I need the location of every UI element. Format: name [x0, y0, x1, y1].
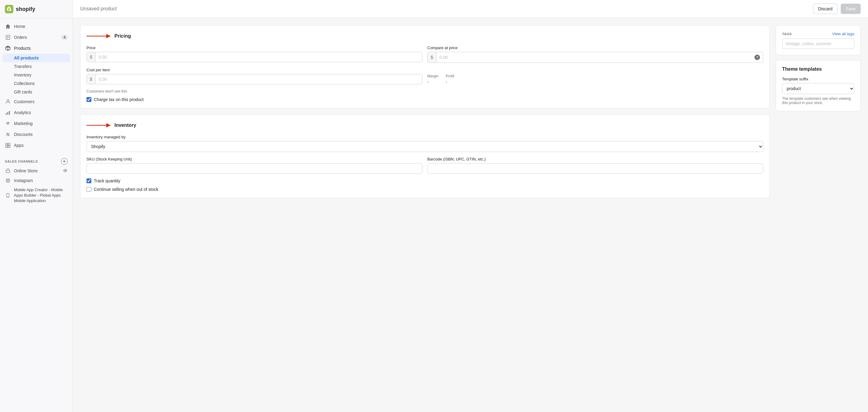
subnav-all-products[interactable]: All products	[2, 54, 70, 62]
svg-point-11	[7, 123, 8, 124]
subnav-label: Transfers	[14, 64, 32, 69]
logo-area: shopify	[0, 0, 72, 19]
svg-rect-19	[6, 170, 10, 172]
store-icon	[5, 168, 11, 174]
save-button[interactable]: Save	[841, 4, 861, 14]
compare-help-icon: ?	[751, 52, 763, 63]
shopify-logo-icon	[5, 5, 13, 13]
continue-selling-label[interactable]: Continue selling when out of stock	[94, 187, 158, 192]
sku-barcode-row: SKU (Stock Keeping Unit) Barcode (ISBN, …	[87, 157, 763, 173]
discard-button[interactable]: Discard	[813, 4, 838, 14]
profit-value: -	[446, 80, 454, 84]
view-all-tags-link[interactable]: View all tags	[832, 32, 854, 36]
cost-helper-text: Customers won't see this	[87, 89, 763, 93]
discounts-icon	[5, 131, 11, 137]
pricing-arrow-section: Pricing	[87, 32, 763, 41]
channel-label: Online Store	[14, 168, 38, 173]
subnav-collections[interactable]: Collections	[0, 79, 72, 88]
managed-by-select[interactable]: Shopify Don't track inventory	[87, 141, 763, 152]
charge-tax-label[interactable]: Charge tax on this product	[94, 97, 144, 102]
sidebar-item-orders[interactable]: Orders 4	[0, 32, 72, 43]
subnav-transfers[interactable]: Transfers	[0, 62, 72, 71]
profit-field: Profit -	[446, 74, 454, 84]
price-field: Price $	[87, 45, 423, 63]
svg-rect-9	[7, 112, 8, 115]
eye-icon[interactable]	[63, 168, 68, 174]
content-area: Pricing Price $ Compare at price	[73, 18, 868, 412]
mobile-icon	[5, 192, 11, 198]
svg-point-21	[65, 170, 66, 171]
sidebar-item-analytics[interactable]: Analytics	[0, 107, 72, 118]
analytics-icon	[5, 109, 11, 116]
sidebar-item-label: Analytics	[14, 110, 31, 115]
cost-row: Cost per item $ Margin -	[87, 68, 763, 84]
svg-rect-16	[8, 143, 10, 145]
marketing-icon	[5, 121, 11, 127]
margin-profit-field: Margin - Profit -	[427, 68, 763, 84]
tags-card: TAGS View all tags	[776, 25, 861, 55]
svg-point-24	[9, 179, 9, 180]
charge-tax-checkbox[interactable]	[87, 97, 91, 102]
sidebar-item-home[interactable]: Home	[0, 21, 72, 32]
subnav-label: Gift cards	[14, 90, 32, 94]
continue-selling-row: Continue selling when out of stock	[87, 187, 763, 192]
subnav-gift-cards[interactable]: Gift cards	[0, 88, 72, 96]
pricing-title: Pricing	[115, 33, 131, 39]
channel-label: Instagram	[14, 178, 33, 183]
cost-input-group: $	[87, 74, 423, 84]
svg-point-23	[7, 180, 9, 182]
margin-value: -	[427, 80, 439, 84]
sidebar-item-discounts[interactable]: Discounts	[0, 129, 72, 140]
inventory-arrow-icon	[87, 121, 111, 130]
sidebar-item-customers[interactable]: Customers	[0, 96, 72, 107]
track-qty-checkbox[interactable]	[87, 179, 91, 183]
svg-rect-17	[6, 146, 8, 148]
tags-input[interactable]	[782, 38, 854, 49]
margin-label: Margin	[427, 74, 439, 78]
template-suffix-select[interactable]: product	[782, 83, 854, 94]
sidebar-item-marketing[interactable]: Marketing	[0, 118, 72, 129]
barcode-input[interactable]	[427, 163, 763, 173]
orders-icon	[5, 34, 11, 40]
track-qty-label[interactable]: Track quantity	[94, 179, 120, 183]
barcode-field: Barcode (ISBN, UPC, GTIN, etc.)	[427, 157, 763, 173]
continue-selling-checkbox[interactable]	[87, 187, 91, 192]
sidebar-item-label: Apps	[14, 143, 24, 148]
products-subnav: All products Transfers Inventory Collect…	[0, 54, 72, 96]
sidebar-item-label: Home	[14, 24, 25, 29]
inventory-title: Inventory	[115, 123, 136, 128]
sku-label: SKU (Stock Keeping Unit)	[87, 157, 423, 161]
svg-rect-10	[9, 111, 10, 115]
compare-price-input[interactable]	[436, 53, 751, 62]
sidebar-item-label: Orders	[14, 35, 27, 40]
subnav-inventory[interactable]: Inventory	[0, 71, 72, 79]
svg-point-13	[8, 135, 9, 136]
sales-channel-instagram[interactable]: Instagram	[0, 176, 72, 185]
sidebar-item-apps[interactable]: Apps	[0, 140, 72, 151]
sidebar-item-products[interactable]: Products	[0, 43, 72, 54]
margin-field: Margin -	[427, 74, 439, 84]
add-sales-channel-button[interactable]: +	[61, 158, 68, 165]
subnav-label: All products	[14, 56, 39, 60]
theme-templates-title: Theme templates	[782, 66, 854, 72]
sku-input[interactable]	[87, 163, 423, 173]
cost-prefix: $	[87, 74, 96, 84]
compare-price-input-group: $ ?	[427, 52, 763, 63]
compare-prefix: $	[428, 53, 436, 62]
home-icon	[5, 23, 11, 29]
sales-channel-mobile-app[interactable]: Mobile App Creator - Mobile Apps Builder…	[0, 185, 72, 206]
sku-field: SKU (Stock Keeping Unit)	[87, 157, 423, 173]
compare-price-field: Compare at price $ ?	[427, 45, 763, 63]
page-title: Unsaved product	[80, 6, 117, 11]
pricing-arrow-icon	[87, 32, 111, 41]
sidebar-item-label: Marketing	[14, 121, 32, 126]
sales-channel-online-store[interactable]: Online Store	[0, 166, 72, 176]
sidebar-item-label: Customers	[14, 99, 35, 104]
instagram-icon	[5, 178, 11, 184]
price-input[interactable]	[96, 52, 422, 62]
cost-input[interactable]	[96, 74, 422, 84]
compare-price-label: Compare at price	[427, 45, 763, 50]
shopify-wordmark: shopify	[16, 6, 35, 12]
price-label: Price	[87, 45, 423, 50]
channel-label: Mobile App Creator - Mobile Apps Builder…	[14, 187, 68, 204]
